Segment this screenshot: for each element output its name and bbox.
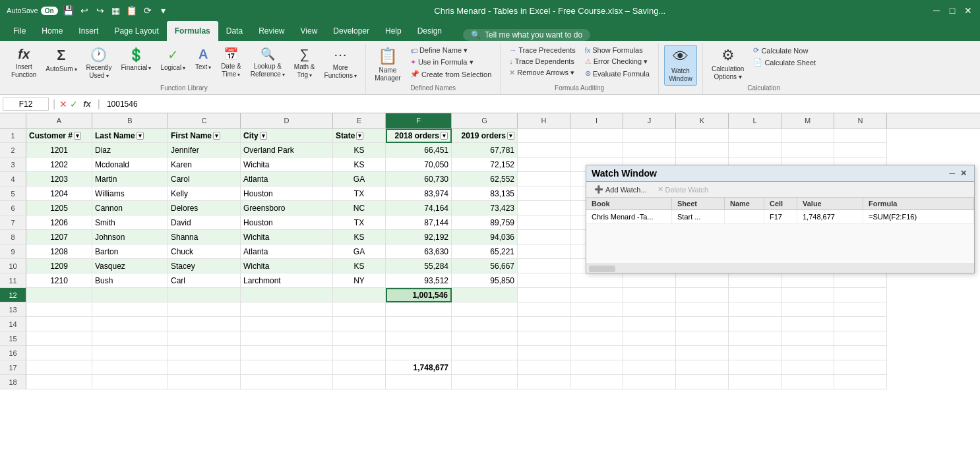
- cell-c7[interactable]: David: [168, 215, 241, 230]
- col-header-i[interactable]: I: [570, 113, 623, 128]
- cell-f7[interactable]: 87,144: [386, 215, 452, 230]
- cell-g7[interactable]: 89,759: [452, 215, 518, 230]
- cell-f2[interactable]: 66,451: [386, 143, 452, 157]
- cell-b6[interactable]: Cannon: [92, 201, 168, 215]
- cell-a14[interactable]: [26, 317, 92, 331]
- cell-d3[interactable]: Wichita: [241, 157, 333, 172]
- cell-i13[interactable]: [570, 302, 623, 317]
- cell-f9[interactable]: 63,630: [386, 244, 452, 259]
- cell-g16[interactable]: [452, 346, 518, 360]
- cell-h8[interactable]: [518, 230, 570, 244]
- cell-g14[interactable]: [452, 317, 518, 331]
- cell-a3[interactable]: 1202: [26, 157, 92, 172]
- cell-f3[interactable]: 70,050: [386, 157, 452, 172]
- cell-d16[interactable]: [241, 346, 333, 360]
- clipboard-icon[interactable]: 📋: [127, 5, 137, 16]
- ww-data-row[interactable]: Chris Menard -Ta... Start ... F17 1,748,…: [586, 210, 974, 224]
- row-num-2[interactable]: 2: [0, 143, 26, 157]
- name-manager-btn[interactable]: 📋 NameManager: [371, 45, 404, 84]
- tab-review[interactable]: Review: [251, 21, 292, 41]
- cell-g6[interactable]: 73,423: [452, 201, 518, 215]
- cell-n18[interactable]: [834, 375, 887, 389]
- cell-h1[interactable]: [518, 128, 570, 143]
- cell-b3[interactable]: Mcdonald: [92, 157, 168, 172]
- cell-i14[interactable]: [570, 317, 623, 331]
- cell-b9[interactable]: Barton: [92, 244, 168, 259]
- cell-c17[interactable]: [168, 360, 241, 375]
- cell-h4[interactable]: [518, 172, 570, 186]
- ww-delete-btn[interactable]: ✕ Delete Watch: [655, 184, 712, 194]
- cell-c15[interactable]: [168, 331, 241, 346]
- ww-scrollbar-area[interactable]: [586, 264, 974, 273]
- cell-d12[interactable]: [241, 288, 333, 302]
- cell-g12[interactable]: [452, 288, 518, 302]
- financial-btn[interactable]: 💲 Financial▾: [117, 45, 154, 74]
- logical-btn[interactable]: ✓ Logical▾: [157, 45, 189, 74]
- calc-options-btn[interactable]: ⚙ CalculationOptions ▾: [708, 45, 747, 83]
- trace-dependents-btn[interactable]: ↓ Trace Dependents: [506, 56, 578, 67]
- cell-g3[interactable]: 72,152: [452, 157, 518, 172]
- cell-b8[interactable]: Johnson: [92, 230, 168, 244]
- autosum-btn[interactable]: Σ AutoSum▾: [42, 45, 80, 74]
- tab-home[interactable]: Home: [34, 21, 71, 41]
- cell-b12[interactable]: [92, 288, 168, 302]
- cell-c16[interactable]: [168, 346, 241, 360]
- cell-d14[interactable]: [241, 317, 333, 331]
- undo-icon[interactable]: ↩: [79, 5, 90, 16]
- cell-h13[interactable]: [518, 302, 570, 317]
- cell-h9[interactable]: [518, 244, 570, 259]
- col-header-n[interactable]: N: [834, 113, 887, 128]
- cell-g8[interactable]: 94,036: [452, 230, 518, 244]
- row-num-8[interactable]: 8: [0, 230, 26, 244]
- cell-a13[interactable]: [26, 302, 92, 317]
- cell-k17[interactable]: [676, 360, 729, 375]
- cell-d6[interactable]: Greensboro: [241, 201, 333, 215]
- cell-c2[interactable]: Jennifer: [168, 143, 241, 157]
- cell-g15[interactable]: [452, 331, 518, 346]
- show-formulas-btn[interactable]: fx Show Formulas: [582, 45, 653, 55]
- cell-j16[interactable]: [623, 346, 676, 360]
- trace-precedents-btn[interactable]: → Trace Precedents: [506, 45, 578, 55]
- cell-c5[interactable]: Kelly: [168, 186, 241, 201]
- cell-m13[interactable]: [781, 302, 834, 317]
- date-time-btn[interactable]: 📅 Date &Time▾: [218, 45, 245, 80]
- more-functions-btn[interactable]: ⋯ MoreFunctions▾: [321, 45, 360, 82]
- insert-function-btn[interactable]: fx InsertFunction: [8, 45, 40, 81]
- cell-m18[interactable]: [781, 375, 834, 389]
- cell-f14[interactable]: [386, 317, 452, 331]
- col-header-d[interactable]: D: [241, 113, 333, 128]
- cell-m11[interactable]: [781, 273, 834, 288]
- cell-l18[interactable]: [729, 375, 781, 389]
- cell-h14[interactable]: [518, 317, 570, 331]
- cell-g2[interactable]: 67,781: [452, 143, 518, 157]
- cell-a10[interactable]: 1209: [26, 259, 92, 273]
- cell-h18[interactable]: [518, 375, 570, 389]
- cell-m14[interactable]: [781, 317, 834, 331]
- row-num-16[interactable]: 16: [0, 346, 26, 360]
- search-bar[interactable]: 🔍 Tell me what you want to do: [463, 29, 590, 41]
- cell-g5[interactable]: 83,135: [452, 186, 518, 201]
- cell-h11[interactable]: [518, 273, 570, 288]
- cell-j15[interactable]: [623, 331, 676, 346]
- cell-b1[interactable]: Last Name▾: [92, 128, 168, 143]
- lookup-ref-btn[interactable]: 🔍 Lookup &Reference▾: [247, 45, 288, 80]
- cell-b14[interactable]: [92, 317, 168, 331]
- cell-a4[interactable]: 1203: [26, 172, 92, 186]
- cell-n16[interactable]: [834, 346, 887, 360]
- col-header-f[interactable]: F: [386, 113, 452, 128]
- cell-n17[interactable]: [834, 360, 887, 375]
- ww-scrollbar[interactable]: [589, 266, 615, 272]
- col-header-e[interactable]: E: [333, 113, 386, 128]
- cell-l12[interactable]: [729, 288, 781, 302]
- cell-b2[interactable]: Diaz: [92, 143, 168, 157]
- cell-d9[interactable]: Atlanta: [241, 244, 333, 259]
- calc-sheet-btn[interactable]: 📄 Calculate Sheet: [750, 57, 819, 68]
- cell-k12[interactable]: [676, 288, 729, 302]
- cell-e11[interactable]: NY: [333, 273, 386, 288]
- row-num-9[interactable]: 9: [0, 244, 26, 259]
- minimize-btn[interactable]: ─: [931, 5, 942, 16]
- math-trig-btn[interactable]: ∑ Math &Trig▾: [291, 45, 319, 81]
- cell-m2[interactable]: [781, 143, 834, 157]
- cell-j12[interactable]: [623, 288, 676, 302]
- cell-a15[interactable]: [26, 331, 92, 346]
